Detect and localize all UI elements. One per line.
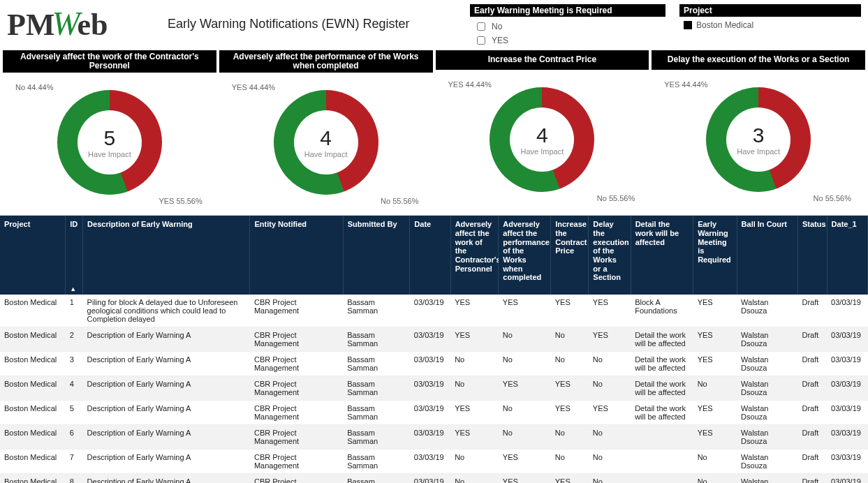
cell-date: 03/03/19 [410,295,450,327]
sort-asc-icon: ▲ [70,285,76,292]
donut-center-value: 3 [753,124,765,147]
cell-status: Draft [797,424,827,449]
table-header-row: ProjectID▲Description of Early WarningEn… [0,216,868,294]
cell-a1: No [450,473,499,483]
donut-center: 3Have Impact [726,107,790,172]
cell-submitted: Bassam Samman [343,449,410,473]
filter-option-label: YES [492,36,508,45]
cell-a3: YES [551,295,589,327]
table-row[interactable]: Boston Medical6Description of Early Warn… [0,424,868,449]
cell-date: 03/03/19 [410,473,450,483]
cell-id: 4 [66,376,83,400]
table-row[interactable]: Boston Medical1Piling for block A delaye… [0,295,868,327]
cell-desc: Description of Early Warning A [83,376,250,400]
column-header-a1[interactable]: Adversely affect the work of the Contrac… [450,216,499,294]
table-row[interactable]: Boston Medical8Description of Early Warn… [0,473,868,483]
checkbox-no[interactable] [477,22,485,31]
table-row[interactable]: Boston Medical2Description of Early Warn… [0,327,868,351]
donut-card-title: Adversely affect the work of the Contrac… [3,50,216,73]
page-title: Early Warning Notifications (EWN) Regist… [168,4,456,31]
column-header-a3[interactable]: Increase the Contract Price [551,216,589,294]
donut-slice-label: YES 55.56% [159,197,202,205]
column-header-a4[interactable]: Delay the execution of the Works or a Se… [589,216,631,294]
donut-slice-label: No 55.56% [814,194,851,202]
column-header-submitted[interactable]: Submitted By [343,216,410,294]
column-header-desc[interactable]: Description of Early Warning [83,216,250,294]
cell-entity: CBR Project Management [250,327,343,351]
cell-a3: No [551,327,589,351]
cell-a2: No [499,424,551,449]
cell-status: Draft [797,449,827,473]
table-row[interactable]: Boston Medical5Description of Early Warn… [0,400,868,424]
cell-date1: 03/03/19 [827,400,867,424]
donut-center: 4Have Impact [510,107,574,172]
donut-center-value: 5 [104,126,116,150]
cell-entity: CBR Project Management [250,424,343,449]
donut-card: Adversely affect the performance of the … [219,50,433,212]
cell-detail: Detail the work will be affected [631,327,693,351]
column-header-detail[interactable]: Detail the work will be affected [631,216,693,294]
filter-meeting-option-yes[interactable]: YES [470,34,665,47]
register-table-wrap: ProjectID▲Description of Early WarningEn… [0,215,868,483]
cell-submitted: Bassam Samman [343,376,410,400]
logo-text-pm: PM [7,8,54,42]
column-header-id[interactable]: ID▲ [66,216,83,294]
filter-meeting: Early Warning Meeting is Required No YES [470,4,665,47]
cell-desc: Piling for block A delayed due to Unfore… [83,295,250,327]
cell-meeting: YES [693,400,737,424]
cell-desc: Description of Early Warning A [83,473,250,483]
filter-project-option[interactable]: Boston Medical [679,20,861,31]
cell-date1: 03/03/19 [827,376,867,400]
column-header-date1[interactable]: Date_1 [827,216,867,294]
cell-ball: Walstan Dsouza [737,351,797,376]
column-header-status[interactable]: Status [797,216,827,294]
donut-card-title: Increase the Contract Price [436,50,649,70]
donut-card: Increase the Contract Price4Have ImpactY… [436,50,649,212]
column-header-entity[interactable]: Entity Notified [250,216,343,294]
donut-chart[interactable]: 4Have Impact [490,87,594,192]
cell-detail: Block A Foundations [631,295,693,327]
cell-entity: CBR Project Management [250,400,343,424]
cell-date1: 03/03/19 [827,327,867,351]
cell-project: Boston Medical [0,473,66,483]
table-row[interactable]: Boston Medical4Description of Early Warn… [0,376,868,400]
cell-project: Boston Medical [0,376,66,400]
donut-slice-label: YES 44.44% [232,83,275,91]
column-header-ball[interactable]: Ball In Court [737,216,797,294]
donut-chart-area: 4Have ImpactYES 44.44%No 55.56% [219,73,433,212]
table-row[interactable]: Boston Medical3Description of Early Warn… [0,351,868,376]
cell-a2: YES [499,473,551,483]
table-row[interactable]: Boston Medical7Description of Early Warn… [0,449,868,473]
donut-slice-label: No 44.44% [15,83,53,91]
cell-submitted: Bassam Samman [343,424,410,449]
cell-date: 03/03/19 [410,400,450,424]
cell-ball: Walstan Dsouza [737,327,797,351]
donut-chart[interactable]: 3Have Impact [706,87,811,192]
cell-a3: No [551,449,589,473]
cell-date: 03/03/19 [410,327,450,351]
register-table: ProjectID▲Description of Early WarningEn… [0,216,868,483]
cell-submitted: Bassam Samman [343,473,410,483]
filter-option-label: No [492,22,502,31]
column-header-project[interactable]: Project [0,216,66,294]
cell-ball: Walstan Dsouza [737,295,797,327]
filter-meeting-option-no[interactable]: No [470,20,665,34]
logo-pmweb: PMWeb® [7,4,154,46]
donut-chart[interactable]: 5Have Impact [57,90,162,195]
checkbox-filled-icon [684,21,692,29]
cell-date: 03/03/19 [410,424,450,449]
column-header-date[interactable]: Date [410,216,450,294]
cell-a4: No [589,376,631,400]
column-header-meeting[interactable]: Early Warning Meeting is Required [693,216,737,294]
filter-option-label: Boston Medical [696,20,753,30]
cell-entity: CBR Project Management [250,295,343,327]
cell-status: Draft [797,400,827,424]
cell-id: 7 [66,449,83,473]
cell-desc: Description of Early Warning A [83,449,250,473]
donut-chart[interactable]: 4Have Impact [274,90,378,195]
checkbox-yes[interactable] [477,36,485,45]
cell-a2: No [499,351,551,376]
column-header-a2[interactable]: Adversely affect the performance of the … [499,216,551,294]
cell-status: Draft [797,295,827,327]
cell-entity: CBR Project Management [250,449,343,473]
